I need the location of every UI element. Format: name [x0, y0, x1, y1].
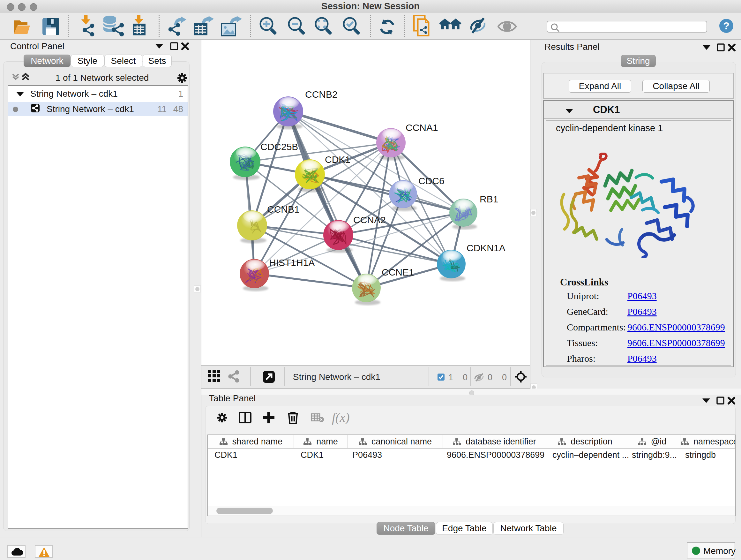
svg-text:CCNB1: CCNB1: [267, 204, 300, 214]
svg-text:?: ?: [723, 20, 730, 32]
svg-text:CCNB2: CCNB2: [305, 89, 338, 100]
svg-text:CCNE1: CCNE1: [382, 267, 414, 277]
svg-text:CDC25B: CDC25B: [260, 141, 298, 152]
svg-text:CDKN1A: CDKN1A: [467, 243, 506, 253]
svg-text:HIST1H1A: HIST1H1A: [269, 257, 315, 268]
svg-text:CDC6: CDC6: [418, 176, 445, 186]
svg-text:RB1: RB1: [480, 194, 498, 204]
svg-text:CCNA2: CCNA2: [353, 214, 386, 225]
svg-text:CCNA1: CCNA1: [406, 122, 438, 133]
svg-text:CDK1: CDK1: [325, 154, 350, 165]
